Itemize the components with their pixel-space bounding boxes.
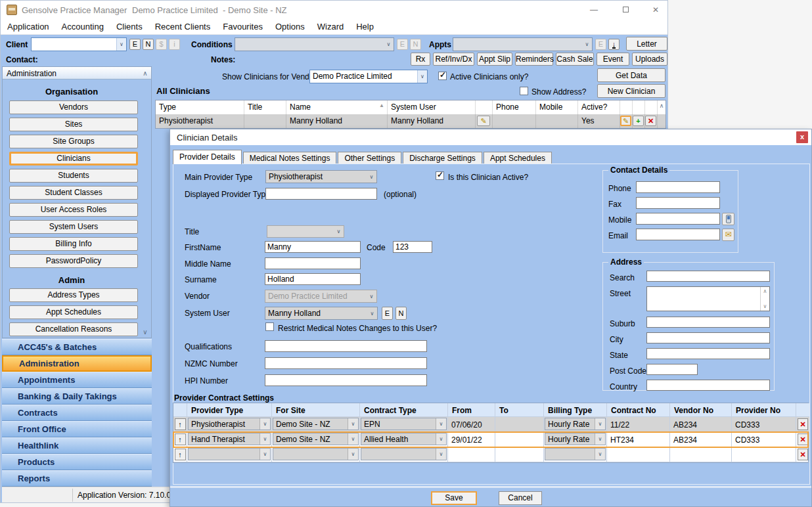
col-mobile[interactable]: Mobile <box>536 100 578 114</box>
firstname-field[interactable] <box>265 241 361 253</box>
col-system-user[interactable]: System User <box>388 100 476 114</box>
street-scrollbar[interactable]: ∧ ∨ <box>760 287 769 311</box>
email-field[interactable] <box>636 229 720 240</box>
state-field[interactable] <box>646 348 770 359</box>
cell-to[interactable] <box>495 417 544 432</box>
provider-type-combobox[interactable]: Physiotherapist∨ <box>188 418 271 430</box>
client-combobox[interactable]: ∨ <box>31 37 127 51</box>
address-search-field[interactable] <box>646 271 770 282</box>
accordion-front-office[interactable]: Front Office <box>2 421 152 437</box>
cell-provider-no[interactable]: CD333 <box>732 417 796 432</box>
clinician-active-checkbox[interactable]: ✓ <box>436 171 444 180</box>
rx-button[interactable]: Rx <box>411 53 430 66</box>
delete-contract-button[interactable]: ✕ <box>798 418 808 430</box>
sidebar-item-system-users[interactable]: System Users <box>9 220 138 234</box>
sidebar-item-vendors[interactable]: Vendors <box>9 100 138 114</box>
minimize-icon[interactable]: — <box>584 4 604 16</box>
new-clinician-button[interactable]: New Clinician <box>597 84 665 98</box>
sidebar-item-sites[interactable]: Sites <box>9 118 138 131</box>
vendor-combobox[interactable]: Demo Practice Limited ∨ <box>265 290 377 303</box>
mobile-phone-icon[interactable] <box>722 213 734 225</box>
provider-type-combobox[interactable]: ∨ <box>188 448 271 460</box>
phone-field[interactable] <box>636 181 720 193</box>
cell-contract-no[interactable]: HT234 <box>607 432 670 447</box>
contract-type-combobox[interactable]: Allied Health∨ <box>361 433 447 445</box>
conditions-combobox[interactable]: ∨ <box>235 37 394 51</box>
active-only-checkbox[interactable]: ✓ <box>438 72 447 80</box>
delete-row-button[interactable]: ✕ <box>645 116 656 126</box>
tab-discharge-settings[interactable]: Discharge Settings <box>403 152 482 164</box>
letter-button[interactable]: Letter <box>626 37 667 51</box>
tab-appt-schedules[interactable]: Appt Schedules <box>484 152 552 164</box>
main-provider-type-combobox[interactable]: Physiotherapist ∨ <box>265 170 377 183</box>
menu-application[interactable]: Application <box>7 22 49 32</box>
table-scroll-up-icon[interactable]: ∧ <box>658 100 665 114</box>
show-address-checkbox[interactable] <box>520 87 528 95</box>
col-active[interactable]: Active? <box>578 100 620 114</box>
menu-options[interactable]: Options <box>275 22 305 32</box>
appt-slip-button[interactable]: Appt Slip <box>477 53 512 66</box>
for-site-combobox[interactable]: Demo Site - NZ∨ <box>273 433 359 445</box>
billing-type-combobox[interactable]: Hourly Rate∨ <box>545 433 606 445</box>
ref-inv-dx-button[interactable]: Ref/Inv/Dx <box>433 53 474 66</box>
sidebar-item-billing-info[interactable]: Billing Info <box>9 237 138 251</box>
sidebar-item-appt-schedules[interactable]: Appt Schedules <box>9 305 138 319</box>
cell-contract-no[interactable] <box>607 447 670 462</box>
contract-row[interactable]: ↑ Physiotherapist∨ Demo Site - NZ∨ EPN∨ … <box>173 417 808 432</box>
scroll-down-icon[interactable]: ∨ <box>141 328 150 336</box>
sidebar-item-password-policy[interactable]: PasswordPolicy <box>9 254 138 268</box>
cell-from[interactable] <box>448 447 495 462</box>
cell-vendor-no[interactable]: AB234 <box>670 432 732 447</box>
cell-from[interactable]: 07/06/20 <box>448 417 495 432</box>
table-row[interactable]: Physiotherapist Manny Holland Manny Holl… <box>156 114 665 128</box>
col-type[interactable]: Type <box>156 100 244 114</box>
col-phone[interactable]: Phone <box>493 100 536 114</box>
reminders-button[interactable]: Reminders <box>515 53 553 66</box>
code-field[interactable] <box>393 241 432 253</box>
cell-contract-no[interactable]: 11/22 <box>607 417 670 432</box>
sidebar-item-cancellation-reasons[interactable]: Cancellation Reasons <box>9 322 138 336</box>
menu-clients[interactable]: Clients <box>116 22 143 32</box>
for-site-combobox[interactable]: ∨ <box>273 448 359 460</box>
displayed-provider-type-field[interactable] <box>265 188 377 200</box>
sidebar-item-student-classes[interactable]: Student Classes <box>9 186 138 200</box>
sidebar-item-address-types[interactable]: Address Types <box>9 288 138 302</box>
edit-pencil-icon[interactable]: ✎ <box>477 116 490 126</box>
street-field[interactable]: ∧ ∨ <box>646 286 770 311</box>
system-user-e-button[interactable]: E <box>382 307 393 320</box>
tab-provider-details[interactable]: Provider Details <box>173 150 242 164</box>
uploads-button[interactable]: Uploads <box>632 53 667 66</box>
client-i-button[interactable]: i <box>169 39 180 50</box>
country-field[interactable] <box>646 380 770 391</box>
sidebar-item-site-groups[interactable]: Site Groups <box>9 135 138 148</box>
menu-help[interactable]: Help <box>356 22 374 32</box>
billing-type-combobox[interactable]: Hourly Rate∨ <box>545 418 606 430</box>
delete-contract-button[interactable]: ✕ <box>798 449 808 460</box>
suburb-field[interactable] <box>646 317 770 328</box>
scroll-up-icon[interactable]: ∧ <box>141 70 150 77</box>
client-dollar-button[interactable]: $ <box>156 39 167 50</box>
contract-row-highlighted[interactable]: ↑ Hand Therapist∨ Demo Site - NZ∨ Allied… <box>173 432 808 447</box>
delete-contract-button[interactable]: ✕ <box>798 433 808 445</box>
sidebar-item-clinicians[interactable]: Clinicians <box>9 152 138 165</box>
postcode-field[interactable] <box>646 364 698 375</box>
col-name[interactable]: Name▲ <box>286 100 388 114</box>
email-envelope-icon[interactable]: ✉ <box>722 229 734 241</box>
middle-name-field[interactable] <box>265 257 361 269</box>
contract-row-empty[interactable]: ↑ ∨ ∨ ∨ ∨ ✕ <box>173 447 808 462</box>
accordion-healthlink[interactable]: Healthlink <box>2 437 152 454</box>
contract-type-combobox[interactable]: EPN∨ <box>361 418 447 430</box>
cell-vendor-no[interactable]: AB234 <box>670 417 732 432</box>
menu-wizard[interactable]: Wizard <box>317 22 344 32</box>
tab-medical-notes-settings[interactable]: Medical Notes Settings <box>243 152 337 164</box>
accordion-administration[interactable]: Administration <box>2 355 152 372</box>
fax-field[interactable] <box>636 197 720 209</box>
city-field[interactable] <box>646 332 770 343</box>
menu-recent-clients[interactable]: Recent Clients <box>155 22 211 32</box>
close-icon[interactable]: ✕ <box>646 4 665 16</box>
move-up-icon[interactable]: ↑ <box>175 449 186 460</box>
cell-provider-no[interactable]: CD333 <box>732 432 796 447</box>
accordion-banking-daily-takings[interactable]: Banking & Daily Takings <box>2 388 152 405</box>
event-button[interactable]: Event <box>597 53 629 66</box>
move-up-icon[interactable]: ↑ <box>175 418 186 430</box>
